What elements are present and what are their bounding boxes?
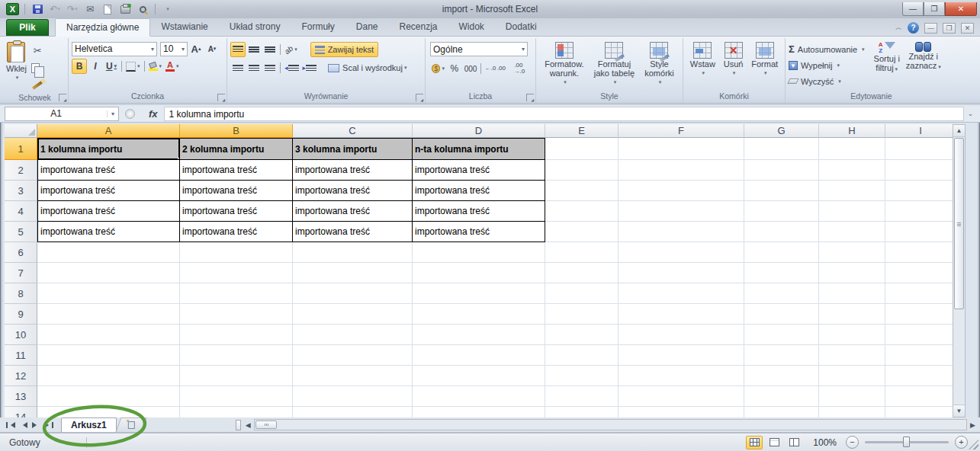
cell-C11[interactable] <box>293 345 413 366</box>
cut-button[interactable]: ✂ <box>30 43 46 58</box>
dialog-launcher-icon[interactable] <box>217 94 225 101</box>
cell-I2[interactable] <box>885 160 956 181</box>
cell-I1[interactable] <box>885 138 956 160</box>
cell-D12[interactable] <box>413 366 545 386</box>
save-button[interactable] <box>31 3 44 16</box>
fill-button[interactable]: ▼ Wypełnij <box>787 57 866 73</box>
cell-E14[interactable] <box>545 407 619 417</box>
cell-B2[interactable]: importowana treść <box>180 160 293 181</box>
cell-F5[interactable] <box>619 222 744 242</box>
cell-C6[interactable] <box>293 242 413 263</box>
row-header-12[interactable]: 12 <box>5 366 37 386</box>
column-header-H[interactable]: H <box>819 124 885 138</box>
cell-E7[interactable] <box>545 263 619 283</box>
formula-input[interactable]: 1 kolumna importu <box>164 107 964 121</box>
cell-G14[interactable] <box>744 407 819 417</box>
cell-I5[interactable] <box>885 222 956 242</box>
cell-E4[interactable] <box>545 201 619 222</box>
view-normal-button[interactable] <box>746 436 763 449</box>
last-sheet-button[interactable] <box>44 422 53 428</box>
shrink-font-button[interactable]: A▾ <box>204 41 220 56</box>
view-page-break-button[interactable] <box>786 436 802 449</box>
cell-A8[interactable] <box>37 283 180 304</box>
row-header-8[interactable]: 8 <box>5 283 37 304</box>
scroll-up-icon[interactable]: ▲ <box>953 125 965 137</box>
cell-G3[interactable] <box>744 181 819 201</box>
cell-E6[interactable] <box>545 242 619 263</box>
cell-G13[interactable] <box>744 386 819 407</box>
cell-C7[interactable] <box>293 263 413 283</box>
select-all-corner[interactable] <box>5 124 37 138</box>
cell-C4[interactable]: importowana treść <box>293 201 413 222</box>
cell-A12[interactable] <box>37 366 180 386</box>
cell-A11[interactable] <box>37 345 180 366</box>
horizontal-scrollbar-thumb[interactable] <box>255 421 277 429</box>
name-box-resize-grip[interactable] <box>125 109 135 119</box>
cell-G6[interactable] <box>744 242 819 263</box>
delete-cells-button[interactable]: ✕ Usuń <box>721 40 747 91</box>
zoom-slider-thumb[interactable] <box>903 437 910 447</box>
cell-A7[interactable] <box>37 263 180 283</box>
cell-I8[interactable] <box>885 283 956 304</box>
column-header-F[interactable]: F <box>619 124 744 138</box>
zoom-level[interactable]: 100% <box>813 437 837 448</box>
fill-color-button[interactable] <box>147 59 164 74</box>
row-header-9[interactable]: 9 <box>5 304 37 325</box>
doc-restore-button[interactable]: ❐ <box>943 23 956 34</box>
increase-decimal-button[interactable]: ←.0 .00 <box>484 61 506 76</box>
cell-C5[interactable]: importowana treść <box>293 222 413 242</box>
next-sheet-button[interactable] <box>32 422 40 428</box>
comma-style-button[interactable]: 000 <box>463 61 478 76</box>
cell-H3[interactable] <box>819 181 885 201</box>
row-header-11[interactable]: 11 <box>5 345 37 366</box>
cell-D4[interactable]: importowana treść <box>413 201 545 222</box>
align-bottom-button[interactable] <box>262 42 278 57</box>
cell-D5[interactable]: importowana treść <box>413 222 545 242</box>
cell-G11[interactable] <box>744 345 819 366</box>
zoom-in-button[interactable]: + <box>955 436 968 449</box>
previous-sheet-button[interactable] <box>20 422 27 428</box>
format-as-table-button[interactable]: Formatujjako tabelę <box>591 40 638 91</box>
cell-H5[interactable] <box>819 222 885 242</box>
cell-G12[interactable] <box>744 366 819 386</box>
cell-G2[interactable] <box>744 160 819 181</box>
cell-H8[interactable] <box>819 283 885 304</box>
sort-filter-button[interactable]: AZ Sortuj ifiltruj <box>871 40 903 91</box>
insert-cells-button[interactable]: Wstaw <box>687 40 718 91</box>
cell-C10[interactable] <box>293 325 413 345</box>
cell-D14[interactable] <box>413 407 545 417</box>
cell-B5[interactable]: importowana treść <box>180 222 293 242</box>
cell-I13[interactable] <box>885 386 956 407</box>
quick-print-button[interactable] <box>118 3 132 16</box>
tab-widok[interactable]: Widok <box>448 18 495 36</box>
paste-button[interactable]: Wklej <box>3 40 30 93</box>
customize-qat-button[interactable]: ▾ <box>161 3 175 16</box>
tab-dodatki[interactable]: Dodatki <box>495 18 548 36</box>
cell-B14[interactable] <box>180 407 293 417</box>
dialog-launcher-icon[interactable] <box>416 94 423 101</box>
column-header-B[interactable]: B <box>180 124 293 138</box>
horizontal-scrollbar[interactable] <box>254 419 967 430</box>
percent-style-button[interactable]: % <box>447 61 462 76</box>
cell-F1[interactable] <box>619 138 744 160</box>
doc-minimize-button[interactable]: — <box>924 23 937 34</box>
cell-H4[interactable] <box>819 201 885 222</box>
decrease-decimal-button[interactable]: .00 →.0 <box>508 61 531 76</box>
accounting-format-button[interactable]: $ <box>430 61 446 76</box>
print-preview-button[interactable] <box>136 3 149 16</box>
cell-I6[interactable] <box>885 242 956 263</box>
cell-A2[interactable]: importowana treść <box>37 160 180 181</box>
cell-G9[interactable] <box>744 304 819 325</box>
cell-A10[interactable] <box>37 325 180 345</box>
cell-H9[interactable] <box>819 304 885 325</box>
cell-H10[interactable] <box>819 325 885 345</box>
name-box[interactable]: A1 ▾ <box>5 107 119 121</box>
close-button[interactable]: ✕ <box>945 2 977 16</box>
undo-button[interactable]: ↶▾ <box>48 3 62 16</box>
cell-F4[interactable] <box>619 201 744 222</box>
align-left-button[interactable] <box>230 60 246 75</box>
cell-C2[interactable]: importowana treść <box>293 160 413 181</box>
cell-E3[interactable] <box>545 181 619 201</box>
column-header-E[interactable]: E <box>545 124 619 138</box>
cell-B6[interactable] <box>180 242 293 263</box>
